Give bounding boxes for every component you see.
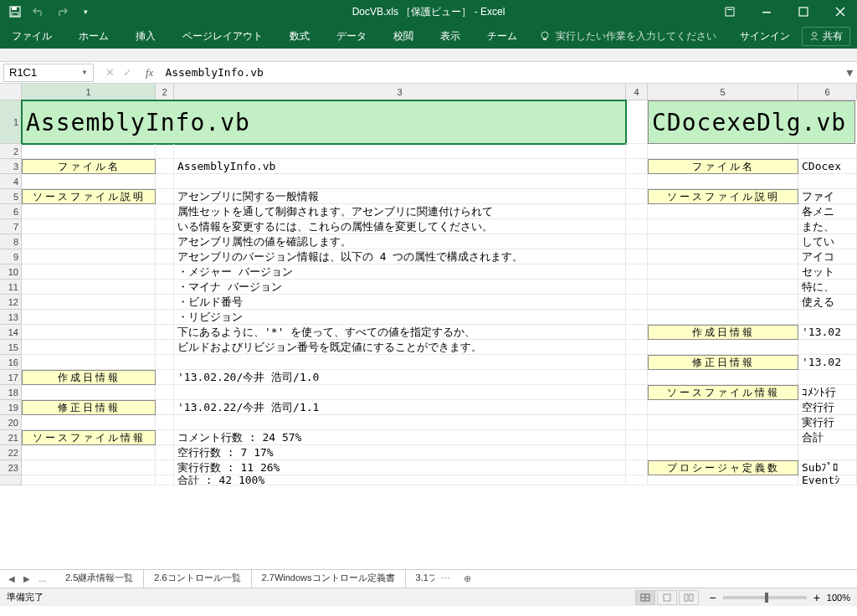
- cell[interactable]: [156, 204, 174, 219]
- cell[interactable]: セット: [798, 264, 857, 280]
- undo-icon[interactable]: [32, 5, 45, 18]
- cell[interactable]: [626, 430, 648, 445]
- col-header[interactable]: 4: [626, 84, 648, 100]
- cell[interactable]: アセンブリのバージョン情報は、以下の 4 つの属性で構成されます。: [174, 249, 626, 264]
- cell[interactable]: [626, 189, 648, 204]
- row-header[interactable]: 7: [0, 219, 22, 234]
- cell[interactable]: してい: [798, 234, 857, 249]
- cell-label[interactable]: プロシージャ定義数: [648, 460, 798, 475]
- cell[interactable]: [22, 249, 156, 264]
- chevron-down-icon[interactable]: ▼: [81, 69, 88, 76]
- row-header[interactable]: 2: [0, 144, 22, 159]
- view-normal-icon[interactable]: [635, 590, 655, 605]
- cell[interactable]: [156, 234, 174, 249]
- cell-label[interactable]: ソースファイル説明: [22, 189, 156, 204]
- cell[interactable]: アセンブリ属性の値を確認します。: [174, 234, 626, 249]
- cell[interactable]: 合計: [798, 430, 857, 445]
- cell-label[interactable]: ファイル名: [22, 159, 156, 174]
- cancel-icon[interactable]: ✕: [105, 66, 115, 79]
- fx-icon[interactable]: fx: [141, 66, 158, 80]
- minimize-button[interactable]: [750, 0, 783, 23]
- tab-formulas[interactable]: 数式: [285, 24, 315, 49]
- cell[interactable]: 特に、: [798, 280, 857, 295]
- cell-title-2[interactable]: CDocexeDlg.vb: [648, 100, 855, 144]
- tab-home[interactable]: ホーム: [74, 24, 114, 49]
- cell[interactable]: [22, 280, 156, 295]
- cell[interactable]: [626, 340, 648, 355]
- cell[interactable]: [22, 264, 156, 280]
- select-all-corner[interactable]: [0, 84, 22, 100]
- row-header[interactable]: 16: [0, 355, 22, 370]
- tab-more-icon[interactable]: ⋯: [434, 573, 457, 584]
- row-header[interactable]: 1: [0, 100, 22, 144]
- col-header[interactable]: 2: [156, 84, 174, 100]
- row-header[interactable]: 14: [0, 325, 22, 340]
- cell[interactable]: '13.02: [798, 325, 857, 340]
- cell[interactable]: ・ビルド番号: [174, 295, 626, 310]
- cell[interactable]: [626, 385, 648, 400]
- col-header[interactable]: 1: [22, 84, 156, 100]
- cell[interactable]: [156, 370, 174, 385]
- cell[interactable]: [626, 370, 648, 385]
- cell[interactable]: [156, 445, 174, 460]
- cell[interactable]: [156, 340, 174, 355]
- tab-review[interactable]: 校閲: [388, 24, 418, 49]
- cell-label[interactable]: 作成日情報: [648, 325, 798, 340]
- formula-expand-icon[interactable]: ⯆: [842, 69, 857, 77]
- sheet-tab[interactable]: 3.1ファイル一覧: [406, 569, 434, 588]
- row-header[interactable]: 18: [0, 385, 22, 400]
- cell[interactable]: [156, 144, 174, 159]
- row-header[interactable]: 22: [0, 445, 22, 460]
- cell[interactable]: [626, 159, 648, 174]
- cell[interactable]: [174, 144, 626, 159]
- cell[interactable]: 空行行数 : 7 17%: [174, 445, 626, 460]
- tab-view[interactable]: 表示: [435, 24, 465, 49]
- cell[interactable]: 使える: [798, 295, 857, 310]
- cell-label[interactable]: ソースファイル情報: [648, 385, 798, 400]
- cell[interactable]: [648, 370, 798, 385]
- cell-label[interactable]: 修正日情報: [22, 400, 156, 415]
- enter-icon[interactable]: ✓: [123, 66, 132, 79]
- cell[interactable]: アセンブリに関する一般情報: [174, 189, 626, 204]
- cell[interactable]: Subﾌﾟﾛ: [798, 460, 857, 475]
- row-header[interactable]: 10: [0, 264, 22, 280]
- cell[interactable]: [174, 355, 626, 370]
- cell[interactable]: [174, 174, 626, 189]
- cell[interactable]: ファイ: [798, 189, 857, 204]
- cell[interactable]: 下にあるように、'*' を使って、すべての値を指定するか、: [174, 325, 626, 340]
- cell[interactable]: [22, 385, 156, 400]
- cell-label[interactable]: ソースファイル説明: [648, 189, 798, 204]
- cell[interactable]: [648, 415, 798, 430]
- cell[interactable]: [626, 204, 648, 219]
- zoom-slider[interactable]: [723, 596, 807, 599]
- row-header[interactable]: 9: [0, 249, 22, 264]
- cell[interactable]: [22, 295, 156, 310]
- sign-in-link[interactable]: サインイン: [740, 29, 790, 44]
- cell[interactable]: [648, 475, 798, 485]
- col-header[interactable]: 6: [798, 84, 857, 100]
- sheet-tab[interactable]: 2.5継承情報一覧: [55, 569, 144, 588]
- redo-icon[interactable]: [55, 5, 69, 18]
- cell-title-1[interactable]: AssemblyInfo.vb: [22, 100, 626, 144]
- cell[interactable]: [22, 234, 156, 249]
- cell[interactable]: [798, 445, 857, 460]
- cell[interactable]: [798, 174, 857, 189]
- cell[interactable]: [156, 295, 174, 310]
- cell[interactable]: [626, 400, 648, 415]
- cell[interactable]: [156, 219, 174, 234]
- row-header[interactable]: 23: [0, 460, 22, 475]
- cell[interactable]: ・リビジョン: [174, 310, 626, 325]
- cell[interactable]: [648, 445, 798, 460]
- cell[interactable]: [22, 460, 156, 475]
- name-box[interactable]: R1C1 ▼: [3, 64, 94, 82]
- row-header[interactable]: 8: [0, 234, 22, 249]
- row-header[interactable]: 11: [0, 280, 22, 295]
- cell[interactable]: [648, 430, 798, 445]
- cell[interactable]: Eventｼ: [798, 475, 857, 485]
- row-header[interactable]: 20: [0, 415, 22, 430]
- tab-nav-first-icon[interactable]: ◀: [8, 574, 15, 583]
- cell[interactable]: [156, 475, 174, 485]
- cell[interactable]: [156, 355, 174, 370]
- cell[interactable]: '13.02.22/今井 浩司/1.1: [174, 400, 626, 415]
- cell[interactable]: [798, 370, 857, 385]
